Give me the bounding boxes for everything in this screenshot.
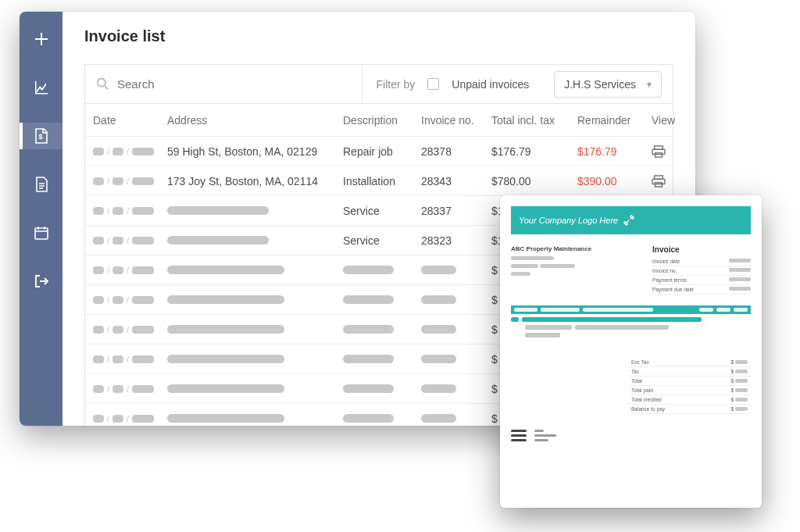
document-icon xyxy=(34,177,48,192)
invoice-meta: Invoice Invoice date Invoice no. Payment… xyxy=(652,245,751,295)
calendar-icon xyxy=(34,225,49,241)
svg-rect-8 xyxy=(655,182,662,186)
svg-rect-7 xyxy=(652,179,665,184)
unpaid-label: Unpaid invoices xyxy=(452,78,529,91)
chart-icon xyxy=(34,80,49,95)
cell-date: // xyxy=(93,206,167,216)
search-wrap xyxy=(85,65,362,103)
cell-address xyxy=(167,234,343,247)
chevron-down-icon: ▾ xyxy=(647,79,652,90)
plus-icon xyxy=(34,31,49,47)
cell-address: 59 High St, Boston, MA, 02129 xyxy=(167,145,343,158)
filter-bar: Filter by Unpaid invoices J.H.S Services… xyxy=(85,65,673,104)
cell-invoice-no: 28337 xyxy=(421,205,491,217)
page-title: Invoice list xyxy=(84,27,673,45)
cell-address: 173 Joy St, Boston, MA, 02114 xyxy=(167,175,343,187)
logout-icon xyxy=(34,273,49,289)
sidebar-item-reports[interactable] xyxy=(20,74,62,101)
cell-date: // xyxy=(93,147,167,156)
invoice-top: ABC Property Maintenance Invoice Invoice… xyxy=(511,245,751,295)
col-total: Total incl. tax xyxy=(491,114,577,127)
col-remainder: Remainder xyxy=(577,114,652,127)
printer-icon xyxy=(652,175,695,187)
filter-by: Filter by Unpaid invoices xyxy=(362,65,544,103)
invoice-icon: $ xyxy=(34,128,48,144)
col-description: Description xyxy=(343,114,421,127)
sidebar: $ xyxy=(20,12,62,426)
invoice-preview: Your Company Logo Here ABC Property Main… xyxy=(500,195,762,508)
sidebar-item-add[interactable] xyxy=(20,26,62,52)
sidebar-item-calendar[interactable] xyxy=(20,220,62,246)
cell-total: $780.00 xyxy=(491,175,577,187)
view-button[interactable] xyxy=(652,145,695,158)
sidebar-item-logout[interactable] xyxy=(20,268,62,295)
cell-date: // xyxy=(93,177,167,186)
col-address: Address xyxy=(167,114,343,127)
cell-description: Service xyxy=(343,234,421,247)
invoice-header: Your Company Logo Here xyxy=(511,206,751,234)
invoice-heading: Invoice xyxy=(652,245,751,254)
col-view: View xyxy=(652,114,695,127)
invoice-from: ABC Property Maintenance xyxy=(511,245,629,295)
search-icon xyxy=(96,77,109,91)
table-row: // 59 High St, Boston, MA, 02129 Repair … xyxy=(85,137,673,166)
search-input[interactable] xyxy=(117,77,351,91)
tools-icon xyxy=(623,214,635,227)
cell-total: $176.79 xyxy=(491,145,577,158)
company-select[interactable]: J.H.S Services ▾ xyxy=(554,71,662,98)
invoice-signature xyxy=(511,430,751,441)
svg-point-2 xyxy=(98,79,105,87)
cell-remainder: $176.79 xyxy=(577,145,652,158)
invoice-totals: Exc Tax$ Tax$ Total$ Total paid$ Total c… xyxy=(628,358,751,414)
sidebar-item-documents[interactable] xyxy=(20,171,62,198)
cell-date: // xyxy=(93,236,167,245)
svg-text:$: $ xyxy=(38,133,42,141)
col-invoice-no: Invoice no. xyxy=(421,114,491,127)
table-header: Date Address Description Invoice no. Tot… xyxy=(85,104,673,137)
table-row: // 173 Joy St, Boston, MA, 02114 Install… xyxy=(85,166,673,196)
cell-invoice-no: 28323 xyxy=(421,234,491,247)
cell-invoice-no: 28378 xyxy=(421,145,491,158)
cell-address xyxy=(167,205,343,217)
invoice-logo-text: Your Company Logo Here xyxy=(519,216,618,225)
invoice-from-name: ABC Property Maintenance xyxy=(511,245,629,252)
svg-rect-4 xyxy=(652,149,665,154)
sidebar-item-invoices[interactable]: $ xyxy=(20,123,62,149)
col-date: Date xyxy=(93,114,167,127)
svg-rect-5 xyxy=(655,152,662,156)
cell-description: Installation xyxy=(343,175,421,187)
unpaid-checkbox[interactable] xyxy=(427,78,439,90)
cell-invoice-no: 28343 xyxy=(421,175,491,187)
cell-description: Service xyxy=(343,205,421,217)
svg-rect-1 xyxy=(35,228,48,239)
invoice-table-header xyxy=(511,305,751,314)
cell-description: Repair job xyxy=(343,145,421,158)
cell-remainder: $390.00 xyxy=(577,175,652,187)
company-select-value: J.H.S Services xyxy=(564,78,636,91)
printer-icon xyxy=(652,145,695,158)
filter-by-label: Filter by xyxy=(377,78,416,91)
view-button[interactable] xyxy=(652,175,695,187)
